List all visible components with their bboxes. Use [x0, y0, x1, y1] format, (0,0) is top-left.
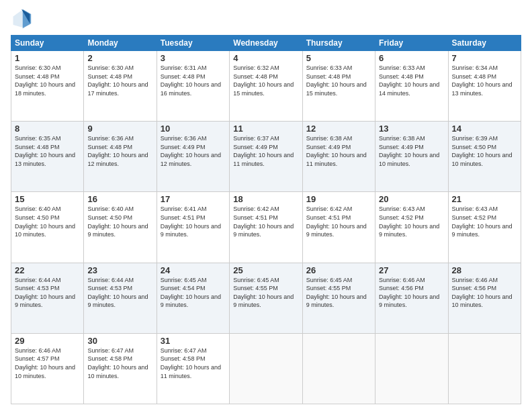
- day-number: 7: [452, 53, 517, 63]
- calendar-cell: 11Sunrise: 6:37 AMSunset: 4:49 PMDayligh…: [230, 122, 302, 192]
- day-number: 15: [15, 194, 80, 204]
- day-info: Sunrise: 6:41 AMSunset: 4:51 PMDaylight:…: [161, 205, 221, 238]
- logo-icon: [11, 8, 32, 30]
- calendar-cell: [375, 333, 448, 404]
- calendar-cell: 10Sunrise: 6:36 AMSunset: 4:49 PMDayligh…: [157, 122, 229, 192]
- day-header-tuesday: Tuesday: [157, 36, 229, 51]
- calendar-week-4: 22Sunrise: 6:44 AMSunset: 4:53 PMDayligh…: [11, 263, 521, 333]
- day-info: Sunrise: 6:39 AMSunset: 4:50 PMDaylight:…: [452, 135, 513, 167]
- day-header-thursday: Thursday: [302, 36, 375, 51]
- day-info: Sunrise: 6:33 AMSunset: 4:48 PMDaylight:…: [306, 64, 367, 97]
- calendar-table: SundayMondayTuesdayWednesdayThursdayFrid…: [11, 35, 521, 404]
- day-info: Sunrise: 6:45 AMSunset: 4:55 PMDaylight:…: [233, 277, 294, 309]
- day-number: 10: [161, 124, 226, 134]
- day-info: Sunrise: 6:45 AMSunset: 4:54 PMDaylight:…: [161, 277, 221, 309]
- calendar-week-2: 8Sunrise: 6:35 AMSunset: 4:48 PMDaylight…: [11, 122, 521, 192]
- day-info: Sunrise: 6:43 AMSunset: 4:52 PMDaylight:…: [379, 205, 439, 238]
- day-info: Sunrise: 6:30 AMSunset: 4:48 PMDaylight:…: [15, 64, 75, 97]
- day-header-wednesday: Wednesday: [230, 36, 302, 51]
- day-info: Sunrise: 6:31 AMSunset: 4:48 PMDaylight:…: [161, 64, 221, 97]
- day-number: 4: [233, 53, 298, 63]
- day-info: Sunrise: 6:36 AMSunset: 4:48 PMDaylight:…: [87, 135, 148, 167]
- day-header-sunday: Sunday: [11, 36, 84, 51]
- day-info: Sunrise: 6:30 AMSunset: 4:48 PMDaylight:…: [87, 64, 148, 97]
- calendar-week-5: 29Sunrise: 6:46 AMSunset: 4:57 PMDayligh…: [11, 333, 521, 404]
- day-number: 27: [379, 265, 444, 275]
- calendar-cell: 23Sunrise: 6:44 AMSunset: 4:53 PMDayligh…: [84, 263, 157, 333]
- day-info: Sunrise: 6:38 AMSunset: 4:49 PMDaylight:…: [306, 135, 367, 167]
- day-number: 20: [379, 194, 444, 204]
- day-number: 6: [379, 53, 444, 63]
- logo: [11, 8, 36, 30]
- day-info: Sunrise: 6:46 AMSunset: 4:56 PMDaylight:…: [452, 277, 513, 309]
- calendar-cell: 22Sunrise: 6:44 AMSunset: 4:53 PMDayligh…: [11, 263, 84, 333]
- day-info: Sunrise: 6:44 AMSunset: 4:53 PMDaylight:…: [15, 277, 75, 309]
- day-number: 17: [161, 194, 226, 204]
- day-info: Sunrise: 6:46 AMSunset: 4:57 PMDaylight:…: [15, 347, 75, 379]
- day-info: Sunrise: 6:43 AMSunset: 4:52 PMDaylight:…: [452, 205, 513, 238]
- calendar-cell: 16Sunrise: 6:40 AMSunset: 4:50 PMDayligh…: [84, 192, 157, 263]
- day-info: Sunrise: 6:38 AMSunset: 4:49 PMDaylight:…: [379, 135, 439, 167]
- calendar-week-1: 1Sunrise: 6:30 AMSunset: 4:48 PMDaylight…: [11, 51, 521, 122]
- calendar-header-row: SundayMondayTuesdayWednesdayThursdayFrid…: [11, 36, 521, 51]
- day-number: 23: [87, 265, 152, 275]
- day-info: Sunrise: 6:33 AMSunset: 4:48 PMDaylight:…: [379, 64, 439, 97]
- day-info: Sunrise: 6:47 AMSunset: 4:58 PMDaylight:…: [87, 347, 148, 379]
- day-number: 24: [161, 265, 226, 275]
- calendar-cell: 26Sunrise: 6:45 AMSunset: 4:55 PMDayligh…: [302, 263, 375, 333]
- day-header-friday: Friday: [375, 36, 448, 51]
- calendar-cell: 3Sunrise: 6:31 AMSunset: 4:48 PMDaylight…: [157, 51, 229, 122]
- day-number: 1: [15, 53, 80, 63]
- calendar-cell: 9Sunrise: 6:36 AMSunset: 4:48 PMDaylight…: [84, 122, 157, 192]
- calendar-cell: [302, 333, 375, 404]
- calendar-cell: 19Sunrise: 6:42 AMSunset: 4:51 PMDayligh…: [302, 192, 375, 263]
- calendar-cell: 17Sunrise: 6:41 AMSunset: 4:51 PMDayligh…: [157, 192, 229, 263]
- day-info: Sunrise: 6:47 AMSunset: 4:58 PMDaylight:…: [161, 347, 221, 379]
- day-number: 31: [161, 336, 226, 346]
- calendar-cell: 30Sunrise: 6:47 AMSunset: 4:58 PMDayligh…: [84, 333, 157, 404]
- calendar-cell: 28Sunrise: 6:46 AMSunset: 4:56 PMDayligh…: [448, 263, 521, 333]
- calendar-cell: 2Sunrise: 6:30 AMSunset: 4:48 PMDaylight…: [84, 51, 157, 122]
- day-number: 28: [452, 265, 517, 275]
- day-number: 13: [379, 124, 444, 134]
- calendar-cell: [448, 333, 521, 404]
- day-number: 22: [15, 265, 80, 275]
- day-info: Sunrise: 6:44 AMSunset: 4:53 PMDaylight:…: [87, 277, 148, 309]
- day-info: Sunrise: 6:42 AMSunset: 4:51 PMDaylight:…: [233, 205, 294, 238]
- calendar-cell: 13Sunrise: 6:38 AMSunset: 4:49 PMDayligh…: [375, 122, 448, 192]
- day-number: 19: [306, 194, 371, 204]
- calendar-cell: 4Sunrise: 6:32 AMSunset: 4:48 PMDaylight…: [230, 51, 302, 122]
- day-info: Sunrise: 6:40 AMSunset: 4:50 PMDaylight:…: [15, 205, 75, 238]
- calendar-cell: 6Sunrise: 6:33 AMSunset: 4:48 PMDaylight…: [375, 51, 448, 122]
- day-number: 3: [161, 53, 226, 63]
- day-number: 30: [87, 336, 152, 346]
- calendar-cell: 12Sunrise: 6:38 AMSunset: 4:49 PMDayligh…: [302, 122, 375, 192]
- page: SundayMondayTuesdayWednesdayThursdayFrid…: [0, 0, 532, 411]
- day-number: 11: [233, 124, 298, 134]
- day-header-saturday: Saturday: [448, 36, 521, 51]
- day-number: 26: [306, 265, 371, 275]
- day-info: Sunrise: 6:36 AMSunset: 4:49 PMDaylight:…: [161, 135, 221, 167]
- day-number: 25: [233, 265, 298, 275]
- calendar-cell: 8Sunrise: 6:35 AMSunset: 4:48 PMDaylight…: [11, 122, 84, 192]
- day-number: 21: [452, 194, 517, 204]
- calendar-cell: [230, 333, 302, 404]
- calendar-cell: 7Sunrise: 6:34 AMSunset: 4:48 PMDaylight…: [448, 51, 521, 122]
- day-info: Sunrise: 6:42 AMSunset: 4:51 PMDaylight:…: [306, 205, 367, 238]
- calendar-cell: 1Sunrise: 6:30 AMSunset: 4:48 PMDaylight…: [11, 51, 84, 122]
- day-info: Sunrise: 6:32 AMSunset: 4:48 PMDaylight:…: [233, 64, 294, 97]
- day-number: 18: [233, 194, 298, 204]
- day-header-monday: Monday: [84, 36, 157, 51]
- day-number: 16: [87, 194, 152, 204]
- calendar-cell: 25Sunrise: 6:45 AMSunset: 4:55 PMDayligh…: [230, 263, 302, 333]
- calendar-cell: 29Sunrise: 6:46 AMSunset: 4:57 PMDayligh…: [11, 333, 84, 404]
- day-info: Sunrise: 6:40 AMSunset: 4:50 PMDaylight:…: [87, 205, 148, 238]
- day-info: Sunrise: 6:37 AMSunset: 4:49 PMDaylight:…: [233, 135, 294, 167]
- day-number: 5: [306, 53, 371, 63]
- day-number: 2: [87, 53, 152, 63]
- day-number: 12: [306, 124, 371, 134]
- calendar-cell: 24Sunrise: 6:45 AMSunset: 4:54 PMDayligh…: [157, 263, 229, 333]
- day-info: Sunrise: 6:45 AMSunset: 4:55 PMDaylight:…: [306, 277, 367, 309]
- calendar-cell: 14Sunrise: 6:39 AMSunset: 4:50 PMDayligh…: [448, 122, 521, 192]
- calendar-cell: 5Sunrise: 6:33 AMSunset: 4:48 PMDaylight…: [302, 51, 375, 122]
